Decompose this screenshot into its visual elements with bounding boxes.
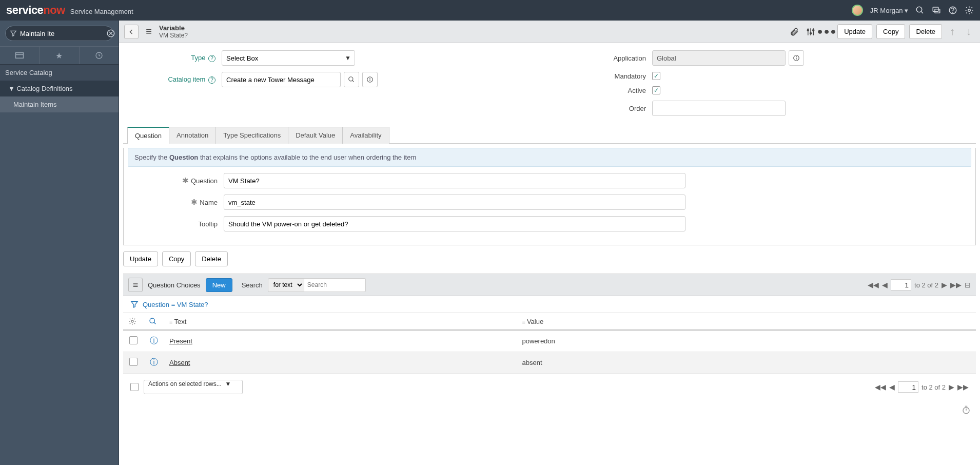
tab-default-value[interactable]: Default Value [288,127,343,144]
new-button[interactable]: New [206,278,232,292]
active-label: Active [560,87,652,94]
collapse-list-icon[interactable]: ⊟ [965,281,971,289]
table-row[interactable]: ⓘ Absent absent [123,352,976,374]
svg-point-27 [131,320,133,322]
page-input-top[interactable] [891,279,911,290]
row-link[interactable]: Present [169,337,192,345]
active-checkbox[interactable]: ✓ [652,86,660,94]
prev-page-icon[interactable]: ◀ [882,281,888,289]
nav-subsection-catalog-definitions[interactable]: ▼ Catalog Definitions [0,81,119,96]
row-info-icon[interactable]: ⓘ [150,336,158,345]
page-range-bottom: to 2 of 2 [922,383,946,391]
search-icon[interactable] [915,6,925,15]
copy-button-bottom[interactable]: Copy [162,251,191,266]
search-column-select[interactable]: for text [268,278,304,292]
required-icon: ✱ [182,176,189,185]
first-page-icon[interactable]: ◀◀ [875,383,886,391]
name-label: ✱Name [134,198,224,207]
select-all-checkbox[interactable] [130,383,139,391]
prev-record-icon[interactable]: ↑ [946,26,958,37]
first-page-icon[interactable]: ◀◀ [868,281,879,289]
page-input-bottom[interactable] [898,381,918,393]
nav-favorites-icon[interactable]: ★ [40,47,79,64]
help-icon[interactable]: ? [208,55,215,62]
nav-all-apps-icon[interactable] [0,47,40,64]
page-range-top: to 2 of 2 [914,281,938,289]
actions-on-selected[interactable]: Actions on selected rows... ▼ [144,380,243,394]
update-button-bottom[interactable]: Update [123,251,158,266]
tab-question[interactable]: Question [127,127,169,144]
name-input[interactable] [224,195,685,210]
app-info-icon[interactable] [789,50,804,66]
next-record-icon[interactable]: ↓ [963,26,975,37]
table-row[interactable]: ⓘ Present poweredon [123,330,976,352]
tab-panel-question: Specify the Question that explains the o… [123,148,976,245]
info-icon[interactable] [362,72,378,87]
row-checkbox[interactable] [129,336,138,344]
menu-icon[interactable]: ≡ [143,26,155,37]
catalog-item-label[interactable]: Catalog item ? [129,75,222,84]
response-timer-icon[interactable] [119,400,980,422]
row-value: poweredon [517,330,976,352]
form-tabs: Question Annotation Type Specifications … [123,126,976,144]
product-name: Service Management [70,8,133,15]
column-value[interactable]: ≡Value [517,313,976,331]
nav-filter[interactable] [5,26,113,41]
tab-availability[interactable]: Availability [342,127,389,144]
row-link[interactable]: Absent [169,359,190,366]
next-page-icon[interactable]: ▶ [949,383,954,391]
type-label[interactable]: Type ? [129,54,222,62]
row-checkbox[interactable] [129,358,138,366]
prev-page-icon[interactable]: ◀ [889,383,895,391]
banner-right: JR Morgan ▾ [852,5,974,16]
svg-point-19 [349,77,353,81]
svg-point-28 [150,318,154,323]
delete-button[interactable]: Delete [909,24,942,39]
main-content: ≡ Variable VM State? ●●● Update Copy Del… [119,21,980,465]
application-input [652,50,786,66]
avatar[interactable] [852,5,863,16]
personalize-icon[interactable] [805,27,817,36]
last-page-icon[interactable]: ▶▶ [957,383,969,391]
gear-icon[interactable] [128,317,139,325]
nav-history-icon[interactable] [80,47,119,64]
help-icon[interactable] [948,6,957,15]
chat-icon[interactable] [932,6,941,15]
mandatory-checkbox[interactable]: ✓ [652,72,660,80]
mandatory-label: Mandatory [560,72,652,80]
next-page-icon[interactable]: ▶ [942,281,947,289]
funnel-icon[interactable] [130,300,139,308]
order-input[interactable] [652,101,786,116]
nav-item-maintain-items[interactable]: Maintain Items [0,96,119,112]
tab-annotation[interactable]: Annotation [169,127,216,144]
logo: servicenow Service Management [6,4,133,17]
question-input[interactable] [224,173,685,188]
tooltip-input[interactable] [224,216,685,231]
row-info-icon[interactable]: ⓘ [150,358,158,366]
user-menu[interactable]: JR Morgan ▾ [870,7,908,14]
help-icon[interactable]: ? [208,76,215,84]
update-button[interactable]: Update [837,24,872,39]
list-menu-icon[interactable]: ≡ [128,278,143,292]
copy-button[interactable]: Copy [876,24,905,39]
catalog-item-input[interactable] [222,72,341,87]
search-label: Search [242,281,263,289]
logo-now: now [43,4,65,17]
nav-section-service-catalog[interactable]: Service Catalog [0,65,119,81]
search-input[interactable] [304,278,366,292]
gear-icon[interactable] [965,6,974,15]
column-text[interactable]: ≡Text [164,313,517,331]
search-column-icon[interactable] [149,317,159,325]
back-button[interactable] [124,25,139,39]
tab-type-specifications[interactable]: Type Specifications [215,127,288,144]
lookup-icon[interactable] [344,72,359,87]
more-actions-icon[interactable]: ●●● [821,26,833,37]
breadcrumb-link[interactable]: Question = VM State? [143,301,208,308]
question-label: ✱Question [134,176,224,185]
delete-button-bottom[interactable]: Delete [195,251,228,266]
attachment-icon[interactable] [788,27,800,36]
nav-filter-input[interactable] [20,30,106,37]
clear-filter-icon[interactable] [106,29,115,38]
last-page-icon[interactable]: ▶▶ [950,281,962,289]
type-select[interactable]: Select Box [222,50,355,66]
